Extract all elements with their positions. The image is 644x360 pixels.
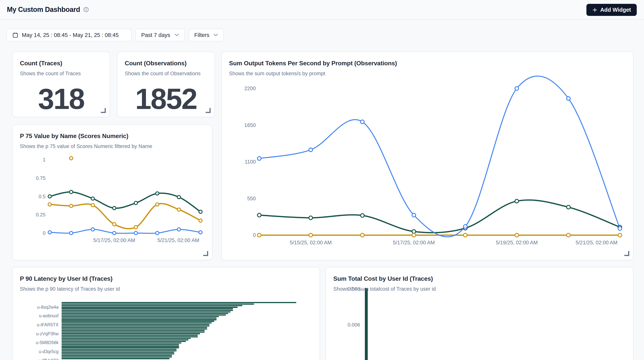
latency-bar xyxy=(62,319,216,320)
count-value: 1852 xyxy=(135,82,197,116)
latency-bar xyxy=(62,349,176,350)
widget-title: Sum Output Tokens Per Second by Prompt (… xyxy=(229,60,626,67)
svg-text:0: 0 xyxy=(43,230,46,236)
date-preset-dropdown[interactable]: Past 7 days xyxy=(136,29,185,41)
latency-bar xyxy=(62,353,174,354)
user-id-axis-label: u-8fVa9T3 xyxy=(13,358,58,360)
svg-text:0.25: 0.25 xyxy=(36,212,46,218)
latency-bar xyxy=(62,347,179,348)
widget-subtitle: Shows the count of Traces xyxy=(20,71,102,77)
latency-bar xyxy=(62,327,207,328)
latency-bar xyxy=(62,324,210,325)
chevron-down-icon xyxy=(214,34,218,37)
widget-title: P 90 Latency by User Id (Traces) xyxy=(20,275,312,282)
add-widget-label: Add Widget xyxy=(600,7,631,13)
user-id-axis-label: u-aobnuxf xyxy=(13,313,58,318)
latency-bar xyxy=(62,331,205,333)
info-icon[interactable] xyxy=(83,7,89,13)
svg-text:0: 0 xyxy=(253,232,256,238)
cost-bar xyxy=(365,288,368,360)
svg-text:2200: 2200 xyxy=(244,86,256,91)
latency-bar xyxy=(62,325,210,326)
latency-bar xyxy=(62,350,176,351)
latency-bar xyxy=(62,314,226,315)
latency-bar xyxy=(62,339,188,340)
latency-bar xyxy=(62,306,238,308)
svg-text:1: 1 xyxy=(43,157,46,163)
latency-bar xyxy=(62,333,200,334)
widget-title: Sum Total Cost by User Id (Traces) xyxy=(333,275,626,282)
latency-bar xyxy=(62,338,191,339)
user-id-axis-label: u-d3qr5cg xyxy=(13,349,58,354)
plus-icon xyxy=(592,7,598,13)
svg-text:5/15/25, 02:00 AM: 5/15/25, 02:00 AM xyxy=(290,240,332,245)
cost-axis-label: 0.006 xyxy=(326,322,360,328)
widget-p75-scores: P 75 Value by Name (Scores Numeric) Show… xyxy=(12,125,212,260)
latency-bar xyxy=(62,341,186,342)
chevron-down-icon xyxy=(174,34,179,37)
resize-handle-icon[interactable] xyxy=(203,251,208,256)
latency-bar xyxy=(62,358,170,359)
page-title: My Custom Dashboard xyxy=(7,6,80,14)
user-id-axis-label: u-5M8D56k xyxy=(13,340,58,345)
latency-bar xyxy=(62,345,179,346)
latency-bar xyxy=(62,313,228,314)
latency-bar xyxy=(62,328,207,329)
date-range-picker[interactable]: May 14, 25 : 08:45 - May 21, 25 : 08:45 xyxy=(6,29,132,41)
svg-text:1650: 1650 xyxy=(244,122,256,128)
user-id-axis-label: u-tFAR5TX xyxy=(13,322,58,327)
svg-text:5/19/25, 02:00 AM: 5/19/25, 02:00 AM xyxy=(496,240,538,245)
filters-dropdown[interactable]: Filters xyxy=(189,29,224,41)
widget-subtitle: Shows the p 75 value of Scores Numeric f… xyxy=(20,143,205,149)
resize-handle-icon[interactable] xyxy=(101,108,106,113)
widget-p90-latency: P 90 Latency by User Id (Traces) Shows t… xyxy=(12,267,320,360)
latency-bar xyxy=(62,342,182,343)
svg-text:5/17/25, 02:00 AM: 5/17/25, 02:00 AM xyxy=(93,237,135,243)
filter-bar: May 14, 25 : 08:45 - May 21, 25 : 08:45 … xyxy=(6,29,224,41)
widget-count-observations: Count (Observations) Shows the count of … xyxy=(117,52,215,117)
latency-bar xyxy=(62,320,214,322)
svg-text:0.75: 0.75 xyxy=(36,175,46,181)
resize-handle-icon[interactable] xyxy=(624,251,629,256)
widget-cost-by-user: Sum Total Cost by User Id (Traces) Shows… xyxy=(326,267,634,360)
widget-count-traces: Count (Traces) Shows the count of Traces… xyxy=(12,52,110,117)
latency-bar xyxy=(62,355,172,356)
svg-text:550: 550 xyxy=(247,196,256,201)
latency-bar xyxy=(62,317,216,319)
latency-bar xyxy=(62,335,198,336)
latency-bar xyxy=(62,322,212,323)
svg-text:1100: 1100 xyxy=(245,159,256,165)
add-widget-button[interactable]: Add Widget xyxy=(586,4,637,16)
latency-bar xyxy=(62,330,205,331)
calendar-icon xyxy=(12,32,18,38)
filters-label: Filters xyxy=(194,32,210,38)
widget-title: P 75 Value by Name (Scores Numeric) xyxy=(20,133,205,140)
latency-bar xyxy=(62,352,174,353)
svg-text:5/21/25, 02:00 AM: 5/21/25, 02:00 AM xyxy=(157,237,199,243)
latency-bar xyxy=(62,302,296,303)
widget-title: Count (Traces) xyxy=(20,60,102,67)
widget-title: Count (Observations) xyxy=(125,60,207,67)
latency-bar xyxy=(62,356,172,357)
latency-bar xyxy=(62,316,219,317)
user-id-axis-label: u-8sq2w4a xyxy=(13,305,58,310)
tokens-line-chart: 05501100165022005/15/25, 02:00 AM5/17/25… xyxy=(222,52,633,260)
latency-bar xyxy=(62,311,230,312)
widget-tokens-by-prompt: Sum Output Tokens Per Second by Prompt (… xyxy=(221,52,634,260)
widget-subtitle: Shows the sum totalcost of Traces by use… xyxy=(333,286,626,292)
count-value: 318 xyxy=(38,82,84,116)
latency-bar xyxy=(62,336,198,337)
user-id-axis-label: u-zVqP3hw xyxy=(13,331,58,336)
widget-subtitle: Shows the count of Observations xyxy=(125,71,207,77)
latency-bar xyxy=(62,310,233,311)
latency-bar xyxy=(62,303,254,305)
svg-text:0.5: 0.5 xyxy=(39,194,46,199)
latency-bar xyxy=(62,305,242,306)
svg-text:5/21/25, 02:00 AM: 5/21/25, 02:00 AM xyxy=(576,240,618,245)
resize-handle-icon[interactable] xyxy=(206,108,211,113)
widget-subtitle: Shows the p 90 latency of Traces by user… xyxy=(20,286,312,292)
date-range-value: May 14, 25 : 08:45 - May 21, 25 : 08:45 xyxy=(22,32,118,38)
latency-bar xyxy=(62,344,179,345)
date-preset-value: Past 7 days xyxy=(141,32,170,38)
widget-subtitle: Shows the sum output tokens/s by prompt xyxy=(229,71,626,77)
